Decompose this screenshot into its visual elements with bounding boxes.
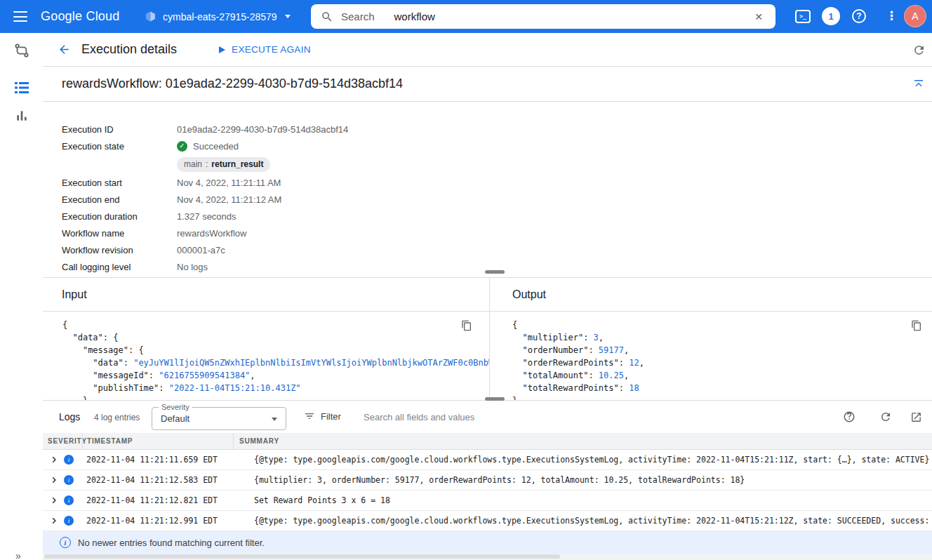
execution-heading-row: rewardsWorkflow: 01e9ada2-2299-4030-b7d9… xyxy=(43,67,932,102)
log-timestamp: 2022-11-04 11:21:11.659 EDT xyxy=(82,455,233,465)
expand-chevron-icon[interactable] xyxy=(51,476,58,484)
detail-row: Execution start Nov 4, 2022, 11:21:11 AM xyxy=(62,174,548,191)
info-severity-icon: i xyxy=(64,495,74,505)
detail-label: Call logging level xyxy=(62,262,177,272)
log-table-header: SEVERITY TIMESTAMP SUMMARY xyxy=(43,433,932,450)
code-line: } xyxy=(62,394,489,400)
log-summary: Set Reward Points 3 x 6 = 18 xyxy=(233,495,932,505)
search-bar[interactable]: Search workflow ✕ xyxy=(311,4,775,29)
chip-separator: : xyxy=(206,159,208,169)
google-cloud-logo[interactable]: Google Cloud xyxy=(41,9,119,24)
logs-refresh-icon[interactable] xyxy=(879,410,893,424)
detail-label: Execution ID xyxy=(62,124,177,135)
chip-scope: main xyxy=(184,159,202,169)
log-table-row[interactable]: i2022-11-04 11:21:11.659 EDT{@type: type… xyxy=(43,450,932,470)
help-icon[interactable]: ? xyxy=(852,9,866,23)
column-header-timestamp: TIMESTAMP xyxy=(82,433,233,449)
detail-value: Nov 4, 2022, 11:21:12 AM xyxy=(177,194,281,205)
info-severity-icon: i xyxy=(64,475,74,485)
logs-help-icon[interactable] xyxy=(842,410,856,424)
expand-chevron-icon[interactable] xyxy=(51,497,58,504)
info-severity-icon: i xyxy=(64,455,74,465)
detail-value: No logs xyxy=(177,262,208,272)
detail-label: Workflow revision xyxy=(62,245,177,255)
sidebar-item-executions[interactable] xyxy=(13,79,31,97)
open-in-new-icon[interactable] xyxy=(909,410,923,424)
detail-row: Execution ID 01e9ada2-2299-4030-b7d9-514… xyxy=(62,121,548,138)
log-timestamp: 2022-11-04 11:21:12.821 EDT xyxy=(82,495,233,505)
log-timestamp: 2022-11-04 11:21:12.583 EDT xyxy=(82,475,233,485)
code-line: "messageId": "6216755909541384", xyxy=(62,369,489,382)
log-table-row[interactable]: i2022-11-04 11:21:12.991 EDT{@type: type… xyxy=(43,511,932,531)
expand-chevron-icon[interactable] xyxy=(51,456,58,463)
cloud-shell-icon[interactable]: >_ xyxy=(795,10,811,23)
detail-row: Call logging level No logs xyxy=(62,258,548,275)
sidebar-item-metrics[interactable] xyxy=(13,107,31,125)
detail-label: Execution state xyxy=(62,141,177,152)
copy-input-icon[interactable] xyxy=(460,319,474,333)
menu-icon[interactable] xyxy=(13,11,27,22)
search-input-value[interactable]: workflow xyxy=(394,11,435,22)
code-line: "message": { xyxy=(62,344,489,356)
detail-row: Workflow name rewardsWorkflow xyxy=(62,225,548,241)
back-arrow-icon[interactable] xyxy=(57,43,71,57)
horizontal-resize-handle[interactable] xyxy=(485,397,505,401)
copy-output-icon[interactable] xyxy=(910,319,924,333)
log-table-row[interactable]: i2022-11-04 11:21:12.821 EDTSet Reward P… xyxy=(43,491,932,511)
scrollbar-thumb[interactable] xyxy=(44,554,560,559)
expand-chevron-icon[interactable] xyxy=(51,517,58,524)
search-label: Search xyxy=(341,11,375,22)
detail-row: Workflow revision 000001-a7c xyxy=(62,241,548,258)
input-title: Input xyxy=(62,288,87,301)
project-selector[interactable]: cymbal-eats-27915-28579 xyxy=(145,0,291,33)
code-line: "totalAmount": 10.25, xyxy=(512,369,932,382)
execute-again-button[interactable]: EXECUTE AGAIN xyxy=(219,44,311,55)
success-check-icon: ✓ xyxy=(177,141,187,152)
notifications-badge[interactable]: 1 xyxy=(822,7,840,25)
execution-heading: rewardsWorkflow: 01e9ada2-2299-4030-b7d9… xyxy=(62,76,403,91)
execution-details-section: Execution ID 01e9ada2-2299-4030-b7d9-514… xyxy=(43,102,548,275)
more-options-icon[interactable]: ⋮ xyxy=(883,8,900,23)
info-icon: i xyxy=(60,537,71,548)
input-code: { "data": { "message": { "data": "eyJuYW… xyxy=(62,319,489,400)
severity-label: Severity xyxy=(159,403,192,411)
detail-value: rewardsWorkflow xyxy=(177,228,246,239)
left-nav-rail: » xyxy=(0,33,43,560)
search-icon xyxy=(321,11,333,23)
log-summary: {@type: type.googleapis.com/google.cloud… xyxy=(233,455,932,465)
log-table-body: i2022-11-04 11:21:11.659 EDT{@type: type… xyxy=(43,450,932,531)
code-line: "multiplier": 3, xyxy=(512,331,932,344)
avatar[interactable]: A xyxy=(904,5,926,27)
project-name: cymbal-eats-27915-28579 xyxy=(163,11,277,22)
chip-step: return_result xyxy=(211,159,263,169)
collapse-all-icon[interactable] xyxy=(911,76,926,92)
code-line: "publishTime": "2022-11-04T15:21:10.431Z… xyxy=(62,382,489,394)
column-header-summary: SUMMARY xyxy=(233,433,932,449)
code-line: "data": { xyxy=(62,331,489,344)
workflows-product-icon[interactable] xyxy=(13,41,31,60)
detail-value: 000001-a7c xyxy=(177,245,225,255)
log-severity-cell: i xyxy=(43,475,82,485)
horizontal-resize-handle[interactable] xyxy=(485,270,505,274)
play-icon xyxy=(219,46,225,53)
code-line: { xyxy=(512,319,932,331)
logs-toolbar: Logs 4 log entries Severity Default Filt… xyxy=(43,400,932,433)
clear-search-icon[interactable]: ✕ xyxy=(752,10,766,24)
log-table-row[interactable]: i2022-11-04 11:21:12.583 EDT{multiplier:… xyxy=(43,470,932,491)
horizontal-scrollbar xyxy=(43,554,932,560)
detail-value: Nov 4, 2022, 11:21:11 AM xyxy=(177,178,281,188)
refresh-icon[interactable] xyxy=(911,42,926,58)
chevron-down-icon xyxy=(272,418,277,421)
severity-dropdown[interactable]: Severity Default xyxy=(152,407,286,430)
log-severity-cell: i xyxy=(43,516,82,526)
gcp-top-bar: Google Cloud cymbal-eats-27915-28579 Sea… xyxy=(0,0,932,33)
output-title: Output xyxy=(512,288,546,301)
code-line: "orderRewardPoints": 12, xyxy=(512,356,932,369)
filter-button[interactable]: Filter xyxy=(304,411,341,422)
info-banner: i No newer entries found matching curren… xyxy=(43,531,932,554)
input-output-split: Input { "data": { "message": { "data": "… xyxy=(43,277,932,400)
log-table: SEVERITY TIMESTAMP SUMMARY i2022-11-04 1… xyxy=(43,433,932,531)
code-line: { xyxy=(62,319,489,331)
expand-rail-icon[interactable]: » xyxy=(15,550,21,560)
logs-search-input[interactable]: Search all fields and values xyxy=(364,412,474,422)
